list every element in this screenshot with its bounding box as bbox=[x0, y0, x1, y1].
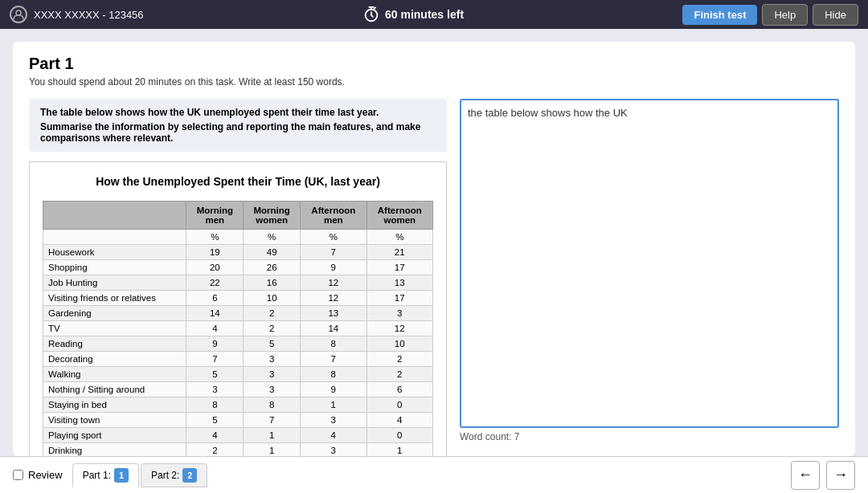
table-row: Reading95810 bbox=[43, 336, 433, 352]
col-header-1: Morningmen bbox=[186, 202, 244, 230]
footer-left: Review Part 1: 1 Part 2: 2 bbox=[13, 463, 207, 487]
sub-col-3: % bbox=[301, 230, 366, 245]
table-row: Staying in bed8810 bbox=[43, 397, 433, 413]
cell-10-3: 1 bbox=[301, 397, 366, 413]
cell-8-2: 3 bbox=[244, 367, 301, 382]
part-tabs: Part 1: 1 Part 2: 2 bbox=[72, 463, 208, 487]
cell-11-0: Visiting town bbox=[43, 413, 186, 428]
cell-8-3: 8 bbox=[301, 367, 366, 382]
cell-5-3: 14 bbox=[301, 321, 366, 336]
cell-2-4: 13 bbox=[366, 275, 432, 291]
hide-button[interactable]: Hide bbox=[813, 4, 858, 26]
tab-part1-num: 1 bbox=[114, 468, 129, 483]
word-count-label: Word count: 7 bbox=[460, 431, 839, 442]
cell-2-1: 22 bbox=[186, 275, 244, 291]
task-area: The table below shows how the UK unemplo… bbox=[29, 99, 839, 442]
help-button[interactable]: Help bbox=[762, 4, 808, 26]
table-row: TV421412 bbox=[43, 321, 433, 336]
cell-5-1: 4 bbox=[186, 321, 244, 336]
table-header-row: Morningmen Morningwomen Afternoonmen Aft… bbox=[43, 202, 433, 230]
cell-1-0: Shopping bbox=[43, 260, 186, 275]
user-icon bbox=[10, 6, 27, 23]
cell-6-2: 5 bbox=[244, 336, 301, 352]
cell-2-0: Job Hunting bbox=[43, 275, 186, 291]
cell-0-3: 7 bbox=[301, 245, 366, 260]
cell-11-1: 5 bbox=[186, 413, 244, 428]
table-row: Playing sport4140 bbox=[43, 428, 433, 443]
cell-12-1: 4 bbox=[186, 428, 244, 443]
sub-col-0 bbox=[43, 230, 186, 245]
user-name-label: XXXX XXXXX - 123456 bbox=[34, 9, 144, 21]
cell-6-1: 9 bbox=[186, 336, 244, 352]
nav-forward-button[interactable]: → bbox=[826, 461, 855, 490]
cell-4-2: 2 bbox=[244, 306, 301, 321]
tab-part2-label: Part 2: bbox=[151, 470, 179, 481]
cell-4-1: 14 bbox=[186, 306, 244, 321]
cell-3-4: 17 bbox=[366, 291, 432, 306]
cell-2-2: 16 bbox=[244, 275, 301, 291]
timer-icon bbox=[362, 6, 380, 23]
footer-right: ← → bbox=[791, 461, 855, 490]
instruction-line1: The table below shows how the UK unemplo… bbox=[40, 107, 436, 118]
cell-9-0: Nothing / Sitting around bbox=[43, 382, 186, 397]
cell-5-2: 2 bbox=[244, 321, 301, 336]
finish-test-button[interactable]: Finish test bbox=[682, 5, 757, 25]
tab-part2[interactable]: Part 2: 2 bbox=[141, 463, 207, 487]
table-title: How the Unemployed Spent their Time (UK,… bbox=[43, 175, 433, 188]
cell-11-4: 4 bbox=[366, 413, 432, 428]
left-panel: The table below shows how the UK unemplo… bbox=[29, 99, 447, 442]
table-subheader-row: % % % % bbox=[43, 230, 433, 245]
review-checkbox-label[interactable]: Review bbox=[13, 469, 63, 481]
cell-1-4: 17 bbox=[366, 260, 432, 275]
table-row: Walking5382 bbox=[43, 367, 433, 382]
cell-13-0: Drinking bbox=[43, 443, 186, 457]
cell-11-3: 3 bbox=[301, 413, 366, 428]
table-row: Shopping2026917 bbox=[43, 260, 433, 275]
cell-9-1: 3 bbox=[186, 382, 244, 397]
cell-0-4: 21 bbox=[366, 245, 432, 260]
cell-2-3: 12 bbox=[301, 275, 366, 291]
cell-10-1: 8 bbox=[186, 397, 244, 413]
cell-1-1: 20 bbox=[186, 260, 244, 275]
svg-point-0 bbox=[16, 10, 21, 15]
cell-4-0: Gardening bbox=[43, 306, 186, 321]
table-row: Drinking2131 bbox=[43, 443, 433, 457]
col-header-0 bbox=[43, 202, 186, 230]
nav-back-button[interactable]: ← bbox=[791, 461, 820, 490]
cell-0-0: Housework bbox=[43, 245, 186, 260]
cell-9-3: 9 bbox=[301, 382, 366, 397]
data-table: Morningmen Morningwomen Afternoonmen Aft… bbox=[43, 201, 433, 456]
answer-textarea[interactable]: the table below shows how the UK bbox=[460, 99, 839, 428]
table-row: Nothing / Sitting around3396 bbox=[43, 382, 433, 397]
cell-9-4: 6 bbox=[366, 382, 432, 397]
cell-6-0: Reading bbox=[43, 336, 186, 352]
col-header-4: Afternoonwomen bbox=[366, 202, 432, 230]
cell-8-0: Walking bbox=[43, 367, 186, 382]
cell-13-3: 3 bbox=[301, 443, 366, 457]
cell-7-2: 3 bbox=[244, 352, 301, 367]
cell-3-0: Visiting friends or relatives bbox=[43, 291, 186, 306]
cell-13-4: 1 bbox=[366, 443, 432, 457]
cell-12-4: 0 bbox=[366, 428, 432, 443]
tab-part1[interactable]: Part 1: 1 bbox=[72, 463, 139, 487]
right-panel: the table below shows how the UK Word co… bbox=[460, 99, 839, 442]
cell-8-1: 5 bbox=[186, 367, 244, 382]
cell-6-3: 8 bbox=[301, 336, 366, 352]
table-row: Visiting friends or relatives6101217 bbox=[43, 291, 433, 306]
review-checkbox[interactable] bbox=[13, 470, 23, 480]
timer-label: 60 minutes left bbox=[385, 8, 464, 21]
instruction-line2: Summarise the information by selecting a… bbox=[40, 121, 436, 144]
sub-col-2: % bbox=[244, 230, 301, 245]
table-body: Housework1949721Shopping2026917Job Hunti… bbox=[43, 245, 433, 457]
sub-col-4: % bbox=[366, 230, 432, 245]
tab-part1-label: Part 1: bbox=[83, 470, 111, 481]
part-subtitle: You should spend about 20 minutes on thi… bbox=[29, 76, 839, 88]
cell-1-3: 9 bbox=[301, 260, 366, 275]
sub-col-1: % bbox=[186, 230, 244, 245]
cell-12-0: Playing sport bbox=[43, 428, 186, 443]
back-arrow-icon: ← bbox=[798, 467, 813, 483]
header-buttons: Finish test Help Hide bbox=[682, 4, 858, 26]
cell-3-2: 10 bbox=[244, 291, 301, 306]
main-content: Part 1 You should spend about 20 minutes… bbox=[0, 29, 868, 456]
page-title: Part 1 bbox=[29, 55, 839, 73]
